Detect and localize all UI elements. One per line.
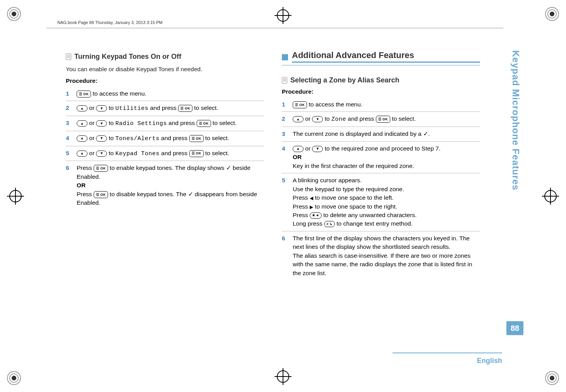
text: Press — [293, 203, 310, 210]
left-section-heading: Turning Keypad Tones On or Off — [66, 50, 264, 62]
step-number: 5 — [66, 149, 73, 157]
up-arrow-icon — [293, 146, 304, 152]
ok-button-icon — [189, 135, 204, 142]
text: to select. — [204, 135, 229, 141]
left-intro: You can enable or disable Keypad Tones i… — [66, 65, 264, 74]
step-number: 6 — [66, 164, 73, 172]
up-arrow-icon — [77, 135, 87, 142]
left-step-2: 2 or to Utilities and press to select. — [66, 101, 264, 116]
major-heading: Additional Advanced Features — [292, 50, 480, 63]
text: Press — [77, 164, 94, 171]
step-number: 2 — [282, 115, 289, 123]
step1-text: to access the menu. — [91, 90, 146, 97]
ok-button-icon — [77, 91, 91, 98]
menu-tones-alerts: Tones/Alerts — [115, 135, 160, 142]
text: . — [428, 130, 430, 137]
text: A blinking cursor appears. — [293, 177, 362, 183]
left-procedure-label: Procedure: — [66, 77, 264, 84]
text: to select. — [390, 115, 416, 122]
section-marker-icon — [282, 54, 288, 60]
major-heading-underline — [282, 65, 480, 65]
document-icon — [66, 53, 71, 60]
left-heading-text: Turning Keypad Tones On or Off — [74, 53, 181, 61]
right-step-4: 4 or to the required zone and proceed to… — [282, 142, 480, 173]
right-sub-heading: Selecting a Zone by Alias Search — [282, 74, 480, 85]
text: to enable keypad tones. The display show… — [108, 164, 226, 171]
text: and press — [148, 104, 178, 111]
ok-button-icon — [376, 116, 390, 123]
page-content: Turning Keypad Tones On or Off You can e… — [66, 50, 480, 280]
down-arrow-icon — [96, 120, 107, 127]
footer-rule — [64, 353, 502, 353]
right-step-2: 2 or to Zone and press to select. — [282, 112, 480, 127]
right-step-5: 5 A blinking cursor appears. Use the key… — [282, 173, 480, 231]
text: to — [323, 115, 331, 122]
book-header: NAG.book Page 88 Thursday, January 3, 20… — [57, 20, 163, 25]
right-column: Additional Advanced Features Selecting a… — [282, 50, 480, 280]
up-arrow-icon — [77, 120, 87, 127]
menu-utilities: Utilities — [115, 105, 149, 112]
text: Key in the first character of the requir… — [293, 163, 414, 169]
check-icon: ✓ — [188, 191, 193, 197]
text: The current zone is displayed and indica… — [293, 130, 423, 137]
step-number: 6 — [282, 234, 289, 243]
side-tab: Keypad Microphone Features — [508, 50, 523, 306]
left-steps: 1 to access the menu. 2 or to Utilities … — [66, 87, 264, 210]
text: and press — [346, 115, 376, 122]
ok-button-icon — [189, 150, 204, 157]
right-step-1: 1 to access the menu. — [282, 98, 480, 112]
text: or — [87, 120, 96, 126]
left-arrow-icon — [310, 194, 313, 201]
text: to access the menu. — [307, 101, 362, 108]
footer-language: English — [477, 357, 502, 365]
text: to select. — [204, 150, 229, 156]
menu-zone: Zone — [331, 116, 346, 123]
text: to select. — [192, 104, 218, 111]
left-step-5: 5 or to Keypad Tones and press to select… — [66, 146, 264, 161]
text: to — [107, 150, 115, 156]
step-number: 3 — [282, 130, 289, 138]
text: to — [107, 135, 115, 141]
down-arrow-icon — [312, 116, 323, 122]
right-sub-heading-text: Selecting a Zone by Alias Search — [290, 76, 399, 84]
left-step-1: 1 to access the menu. — [66, 87, 264, 101]
up-arrow-icon — [77, 151, 87, 157]
or-label: OR — [293, 154, 302, 160]
left-step-4: 4 or to Tones/Alerts and press to select… — [66, 131, 264, 146]
text: to disable keypad tones. The — [108, 191, 188, 197]
text: or — [87, 104, 96, 111]
menu-radio-settings: Radio Settings — [115, 120, 167, 127]
major-heading-row: Additional Advanced Features — [282, 50, 480, 63]
right-arrow-icon — [310, 203, 313, 210]
text: or — [304, 115, 312, 122]
step-number: 1 — [282, 100, 289, 109]
step6-text: The first line of the display shows the … — [293, 234, 480, 277]
left-column: Turning Keypad Tones On or Off You can e… — [66, 50, 264, 280]
step-number: 2 — [66, 104, 73, 112]
star-delete-button-icon — [310, 212, 322, 219]
down-arrow-icon — [96, 105, 107, 111]
left-step-3: 3 or to Radio Settings and press to sele… — [66, 116, 264, 131]
ok-button-icon — [94, 191, 108, 198]
text: or — [87, 150, 96, 156]
text: and press — [160, 135, 189, 141]
book-header-rule — [46, 28, 503, 28]
page-number-badge: 88 — [506, 321, 523, 335]
text: and press — [160, 150, 189, 156]
text: to select. — [211, 120, 237, 126]
text: Use the keypad to type the required zone… — [293, 186, 404, 192]
check-icon: ✓ — [226, 164, 231, 171]
side-tab-label: Keypad Microphone Features — [510, 50, 521, 252]
step-number: 1 — [66, 89, 73, 98]
step-number: 4 — [66, 134, 73, 142]
text: and press — [167, 120, 197, 126]
down-arrow-icon — [96, 151, 107, 157]
text: to the required zone and proceed to Step… — [323, 145, 440, 152]
right-step-3: 3 The current zone is displayed and indi… — [282, 127, 480, 141]
text: Press — [77, 191, 94, 197]
text: to delete any unwanted characters. — [322, 212, 417, 218]
text: to move one space to the right. — [313, 203, 397, 210]
text: or — [87, 135, 96, 141]
text: Long press — [293, 220, 324, 227]
text: or — [304, 145, 312, 152]
